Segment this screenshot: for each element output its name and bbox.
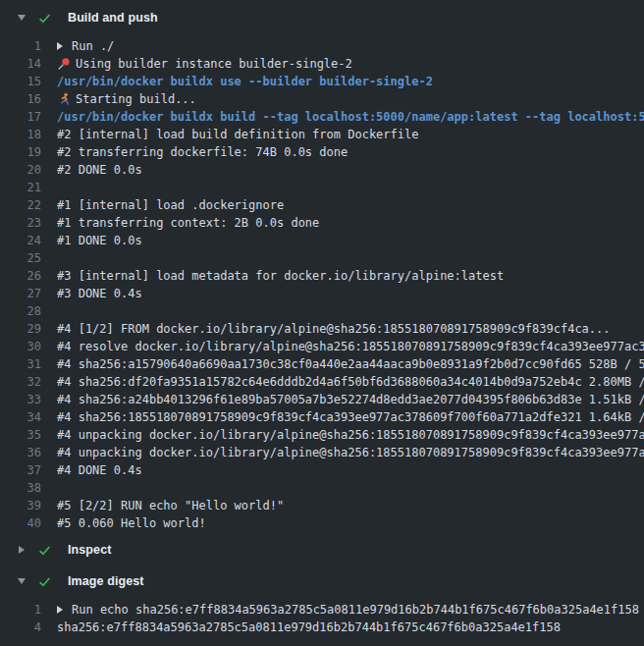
line-content: #4 sha256:a24bb4013296f61e89ba57005a7b3e… (57, 391, 644, 408)
log-line[interactable]: 20 #2 DONE 0.0s (0, 161, 644, 179)
line-content: #4 unpacking docker.io/library/alpine@sh… (57, 426, 644, 444)
line-content: #1 DONE 0.0s (57, 232, 644, 249)
log-line[interactable]: 18 #2 [internal] load build definition f… (0, 126, 644, 143)
line-number[interactable]: 16 (0, 90, 41, 108)
line-content: Using builder instance builder-single-2 (57, 55, 644, 73)
line-number[interactable]: 33 (0, 391, 41, 408)
line-number[interactable]: 20 (0, 161, 41, 179)
log-line[interactable]: 24 #1 DONE 0.0s (0, 232, 644, 249)
line-text: sha256:e7ff8834a5963a2785c5a0811e979d16b… (57, 619, 561, 636)
section-toggle-icon[interactable] (17, 545, 27, 555)
line-content: #3 DONE 0.4s (57, 285, 644, 302)
section-title: Image digest (68, 574, 144, 588)
log-line[interactable]: 39 #5 [2/2] RUN echo "Hello world!" (0, 497, 644, 514)
section-toggle-icon[interactable] (17, 576, 27, 586)
log-line[interactable]: 38 (0, 479, 644, 497)
log-line[interactable]: 19 #2 transferring dockerfile: 74B 0.0s … (0, 143, 644, 161)
section-header[interactable]: Image digest (0, 567, 644, 595)
line-number[interactable]: 28 (0, 302, 41, 320)
log-line[interactable]: 40 #5 0.060 Hello world! (0, 514, 644, 532)
log-line[interactable]: 14 Using builder instance builder-single… (0, 55, 644, 73)
section-title: Inspect (68, 543, 111, 557)
section-header[interactable]: Build and push (0, 4, 644, 31)
line-number[interactable]: 15 (0, 73, 41, 90)
line-text: #5 0.060 Hello world! (57, 514, 206, 532)
log-line[interactable]: 31 #4 sha256:a15790640a6690aa1730c38cf0a… (0, 355, 644, 373)
line-text: #2 [internal] load build definition from… (57, 126, 418, 143)
line-text: /usr/bin/docker buildx build --tag local… (57, 108, 644, 126)
line-number[interactable]: 36 (0, 444, 41, 461)
section-header[interactable]: Inspect (0, 536, 644, 564)
line-number[interactable]: 30 (0, 338, 41, 355)
line-content: #3 [internal] load metadata for docker.i… (57, 267, 644, 285)
line-text: Using builder instance builder-single-2 (76, 55, 352, 73)
line-content: /usr/bin/docker buildx build --tag local… (57, 108, 644, 126)
line-number[interactable]: 34 (0, 408, 41, 426)
line-number[interactable]: 14 (0, 55, 41, 73)
line-number[interactable]: 19 (0, 143, 41, 161)
line-number[interactable]: 38 (0, 479, 41, 497)
expander-icon[interactable] (57, 42, 65, 50)
log-line[interactable]: 25 (0, 249, 644, 267)
line-number[interactable]: 29 (0, 320, 41, 338)
section-toggle-icon[interactable] (17, 13, 27, 23)
line-text: #3 DONE 0.4s (57, 285, 142, 302)
line-text: #1 transferring context: 2B 0.0s done (57, 214, 319, 232)
log-line[interactable]: 33 #4 sha256:a24bb4013296f61e89ba57005a7… (0, 391, 644, 408)
log-line[interactable]: 16 Starting build... (0, 90, 644, 108)
log-line[interactable]: 1 Run echo sha256:e7ff8834a5963a2785c5a0… (0, 601, 644, 619)
line-number[interactable]: 35 (0, 426, 41, 444)
line-number[interactable]: 37 (0, 461, 41, 479)
log-line[interactable]: 37 #4 DONE 0.4s (0, 461, 644, 479)
log-line[interactable]: 28 (0, 302, 644, 320)
log-line[interactable]: 29 #4 [1/2] FROM docker.io/library/alpin… (0, 320, 644, 338)
line-content: #2 [internal] load build definition from… (57, 126, 644, 143)
line-number[interactable]: 17 (0, 108, 41, 126)
line-content: #4 [1/2] FROM docker.io/library/alpine@s… (57, 320, 644, 338)
line-content: /usr/bin/docker buildx use --builder bui… (57, 73, 644, 90)
line-number[interactable]: 4 (0, 619, 41, 636)
line-content: #4 sha256:df20fa9351a15782c64e6dddb2d4a6… (57, 373, 644, 391)
log-line[interactable]: 23 #1 transferring context: 2B 0.0s done (0, 214, 644, 232)
log-line[interactable]: 4 sha256:e7ff8834a5963a2785c5a0811e979d1… (0, 619, 644, 636)
line-number[interactable]: 22 (0, 196, 41, 214)
line-number[interactable]: 25 (0, 249, 41, 267)
line-text: #3 [internal] load metadata for docker.i… (57, 267, 504, 285)
log-section-inspect: Inspect (0, 536, 644, 564)
log-line[interactable]: 15 /usr/bin/docker buildx use --builder … (0, 73, 644, 90)
line-number[interactable]: 32 (0, 373, 41, 391)
log-line[interactable]: 1 Run ./ (0, 37, 644, 55)
line-text: #1 [internal] load .dockerignore (57, 196, 284, 214)
log-line[interactable]: 17 /usr/bin/docker buildx build --tag lo… (0, 108, 644, 126)
line-number[interactable]: 1 (0, 601, 41, 619)
line-number[interactable]: 23 (0, 214, 41, 232)
line-text: #4 sha256:a24bb4013296f61e89ba57005a7b3e… (57, 391, 644, 408)
line-content: Run ./ (57, 37, 644, 55)
line-number[interactable]: 1 (0, 37, 41, 55)
expander-icon[interactable] (57, 606, 65, 614)
line-content: #4 resolve docker.io/library/alpine@sha2… (57, 338, 644, 355)
log-line[interactable]: 36 #4 unpacking docker.io/library/alpine… (0, 444, 644, 461)
log-line[interactable]: 21 (0, 179, 644, 196)
line-number[interactable]: 24 (0, 232, 41, 249)
line-text: #4 resolve docker.io/library/alpine@sha2… (57, 338, 644, 355)
log-line[interactable]: 27 #3 DONE 0.4s (0, 285, 644, 302)
log-line[interactable]: 22 #1 [internal] load .dockerignore (0, 196, 644, 214)
line-number[interactable]: 40 (0, 514, 41, 532)
line-number[interactable]: 21 (0, 179, 41, 196)
section-log-lines: 1 Run ./ 14 (0, 31, 644, 532)
line-number[interactable]: 39 (0, 497, 41, 514)
log-line[interactable]: 35 #4 unpacking docker.io/library/alpine… (0, 426, 644, 444)
line-text: #1 DONE 0.0s (57, 232, 142, 249)
log-line[interactable]: 26 #3 [internal] load metadata for docke… (0, 267, 644, 285)
line-content: #4 sha256:185518070891758909c9f839cf4ca3… (57, 408, 644, 426)
log-line[interactable]: 32 #4 sha256:df20fa9351a15782c64e6dddb2d… (0, 373, 644, 391)
line-text: #4 sha256:185518070891758909c9f839cf4ca3… (57, 408, 644, 426)
line-content: #2 DONE 0.0s (57, 161, 644, 179)
log-line[interactable]: 30 #4 resolve docker.io/library/alpine@s… (0, 338, 644, 355)
line-number[interactable]: 31 (0, 355, 41, 373)
line-number[interactable]: 26 (0, 267, 41, 285)
line-number[interactable]: 18 (0, 126, 41, 143)
log-line[interactable]: 34 #4 sha256:185518070891758909c9f839cf4… (0, 408, 644, 426)
line-number[interactable]: 27 (0, 285, 41, 302)
